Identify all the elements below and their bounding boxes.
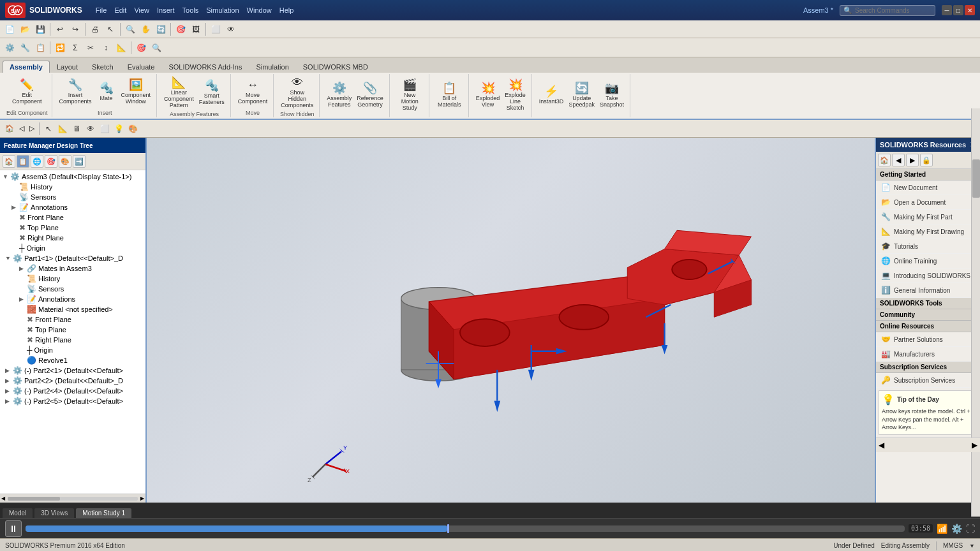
- explode-line-button[interactable]: 💥 ExplodeLineSketch: [503, 78, 528, 112]
- rp-scroll-down[interactable]: ▶: [972, 441, 977, 450]
- view-lighting-icon[interactable]: 💡: [112, 122, 126, 136]
- menu-edit[interactable]: Edit: [111, 5, 130, 15]
- view-hide-icon[interactable]: 👁: [84, 122, 98, 136]
- ft-item-part2-4[interactable]: ▶ ⚙️ (-) Part2<4> (Default<<Default>: [0, 386, 145, 396]
- view-display-icon[interactable]: 🖥: [70, 122, 84, 136]
- view-sketch-tools[interactable]: 📐: [56, 122, 70, 136]
- ft-icon-globe[interactable]: 🌐: [31, 155, 43, 168]
- insert-components-button[interactable]: 🔧 InsertComponents: [57, 78, 94, 106]
- ft-item-top-plane[interactable]: ✖ Top Plane: [0, 223, 145, 233]
- tab-simulation[interactable]: Simulation: [249, 61, 295, 73]
- zoom-icon[interactable]: 🔍: [123, 22, 137, 36]
- select-icon[interactable]: ↖: [103, 22, 117, 36]
- view-orient-icon[interactable]: 🎯: [174, 22, 188, 36]
- assembly-toolbar-icon3[interactable]: 📋: [33, 41, 47, 55]
- ft-item-right-plane[interactable]: ✖ Right Plane: [0, 233, 145, 243]
- menu-file[interactable]: File: [93, 5, 110, 15]
- edit-component-button[interactable]: ✏️ EditComponent: [10, 78, 44, 106]
- search-bar[interactable]: 🔍: [840, 5, 935, 16]
- menu-simulation[interactable]: Simulation: [203, 5, 242, 15]
- play-pause-button[interactable]: ⏸: [5, 520, 22, 537]
- assembly-toolbar-icon5[interactable]: Σ: [68, 41, 82, 55]
- menu-view[interactable]: View: [131, 5, 152, 15]
- tab-mbd[interactable]: SOLIDWORKS MBD: [296, 61, 375, 73]
- rp-item-general-info[interactable]: ℹ️ General Information: [876, 283, 980, 298]
- ft-item-sensors[interactable]: 📡 Sensors: [0, 192, 145, 202]
- new-doc-icon[interactable]: 📄: [3, 22, 17, 36]
- rotate-icon[interactable]: 🔄: [154, 22, 168, 36]
- ft-item-part1[interactable]: ▼ ⚙️ Part1<1> (Default<<Default>_D: [0, 253, 145, 263]
- search-input[interactable]: [855, 7, 932, 14]
- ft-item-part2-5[interactable]: ▶ ⚙️ (-) Part2<5> (Default<<Default>: [0, 396, 145, 406]
- close-button[interactable]: ✕: [965, 5, 975, 15]
- tab-evaluate[interactable]: Evaluate: [121, 61, 162, 73]
- rp-item-tutorials[interactable]: 🎓 Tutorials: [876, 239, 980, 254]
- move-component-button[interactable]: ↔️ MoveComponent: [236, 78, 270, 106]
- feature-tree-body[interactable]: ▼ ⚙️ Assem3 (Default<Display State-1>) 📜…: [0, 170, 145, 494]
- linear-pattern-button[interactable]: 📐 LinearComponentPattern: [162, 75, 196, 110]
- ft-icon-target[interactable]: 🎯: [45, 155, 57, 168]
- display-style-icon[interactable]: 🖼: [189, 22, 203, 36]
- ft-item-annotations[interactable]: ▶ 📝 Annotations: [0, 202, 145, 212]
- assembly-toolbar-icon1[interactable]: ⚙️: [3, 41, 17, 55]
- ft-item-part1-sensors[interactable]: 📡 Sensors: [0, 284, 145, 294]
- hide-show-icon[interactable]: 👁: [224, 22, 238, 36]
- ft-item-assem3[interactable]: ▼ ⚙️ Assem3 (Default<Display State-1>): [0, 172, 145, 182]
- ft-item-part1-history[interactable]: 📜 History: [0, 274, 145, 284]
- menu-help[interactable]: Help: [276, 5, 297, 15]
- assembly-toolbar-icon2[interactable]: 🔧: [18, 41, 32, 55]
- assembly-toolbar-icon6[interactable]: ✂: [84, 41, 98, 55]
- menu-insert[interactable]: Insert: [154, 5, 178, 15]
- units-dropdown[interactable]: ▼: [969, 543, 975, 549]
- restore-button[interactable]: □: [953, 5, 963, 15]
- ft-item-history[interactable]: 📜 History: [0, 182, 145, 192]
- take-snapshot-button[interactable]: 📷 TakeSnapshot: [598, 81, 626, 109]
- view-tab-forward[interactable]: ▷: [27, 123, 37, 134]
- rp-nav-home[interactable]: 🏠: [878, 154, 891, 166]
- menu-window[interactable]: Window: [244, 5, 275, 15]
- ft-item-part1-origin[interactable]: ┼ Origin: [0, 345, 145, 355]
- instant3d-button[interactable]: ⚡ Instant3D: [537, 84, 566, 106]
- tab-sketch[interactable]: Sketch: [85, 61, 121, 73]
- undo-icon[interactable]: ↩: [53, 22, 67, 36]
- ft-icon-expand[interactable]: ➡️: [73, 155, 85, 168]
- component-window-button[interactable]: 🖼️ ComponentWindow: [119, 78, 153, 106]
- viewport[interactable]: Y X Z: [147, 138, 875, 503]
- ft-icon-home[interactable]: 🏠: [3, 155, 15, 168]
- ft-item-part1-front[interactable]: ✖ Front Plane: [0, 314, 145, 325]
- view-tab-home[interactable]: 🏠: [3, 123, 17, 134]
- ft-item-front-plane[interactable]: ✖ Front Plane: [0, 212, 145, 223]
- assembly-features-button[interactable]: ⚙️ AssemblyFeatures: [325, 81, 353, 109]
- rp-item-intro-sw[interactable]: 💻 Introducing SOLIDWORKS: [876, 268, 980, 283]
- rp-item-partner-solutions[interactable]: 🤝 Partner Solutions: [876, 332, 980, 347]
- rp-section-sw-tools[interactable]: SOLIDWORKS Tools ▲: [876, 298, 980, 309]
- save-icon[interactable]: 💾: [33, 22, 47, 36]
- ft-icon-paint[interactable]: 🎨: [59, 155, 71, 168]
- menu-tools[interactable]: Tools: [179, 5, 202, 15]
- assembly-toolbar-icon8[interactable]: 📐: [114, 41, 128, 55]
- tab-motion-study[interactable]: Motion Study 1: [76, 508, 131, 518]
- view-select-icon[interactable]: ↖: [41, 122, 56, 136]
- section-view-icon[interactable]: ⬜: [209, 22, 223, 36]
- rp-section-getting-started[interactable]: Getting Started ▲: [876, 169, 980, 180]
- ft-item-part2-1[interactable]: ▶ ⚙️ (-) Part2<1> (Default<<Default>: [0, 365, 145, 376]
- view-tab-back[interactable]: ◁: [17, 123, 27, 134]
- bill-of-materials-button[interactable]: 📋 Bill ofMaterials: [436, 81, 463, 109]
- update-speedpak-button[interactable]: 🔄 UpdateSpeedpak: [567, 81, 597, 109]
- rp-scroll-up[interactable]: ◀: [879, 441, 884, 450]
- reference-geometry-button[interactable]: 📎 ReferenceGeometry: [355, 81, 385, 109]
- redo-icon[interactable]: ↪: [68, 22, 82, 36]
- fullscreen-icon[interactable]: ⛶: [966, 524, 975, 534]
- tab-model[interactable]: Model: [3, 508, 33, 518]
- rp-item-new-doc[interactable]: 📄 New Document: [876, 180, 980, 195]
- rp-item-first-part[interactable]: 🔧 Making My First Part: [876, 210, 980, 224]
- assembly-toolbar-icon9[interactable]: 🎯: [134, 41, 148, 55]
- tab-addins[interactable]: SOLIDWORKS Add-Ins: [161, 61, 249, 73]
- ft-icon-list[interactable]: 📋: [17, 155, 29, 168]
- settings-icon[interactable]: ⚙️: [951, 524, 962, 534]
- rp-section-community[interactable]: Community ▲: [876, 309, 980, 321]
- open-doc-icon[interactable]: 📂: [18, 22, 32, 36]
- ft-scroll-left[interactable]: ◀: [1, 496, 5, 501]
- rp-nav-forward[interactable]: ▶: [906, 154, 919, 166]
- view-section-icon[interactable]: ⬜: [98, 122, 112, 136]
